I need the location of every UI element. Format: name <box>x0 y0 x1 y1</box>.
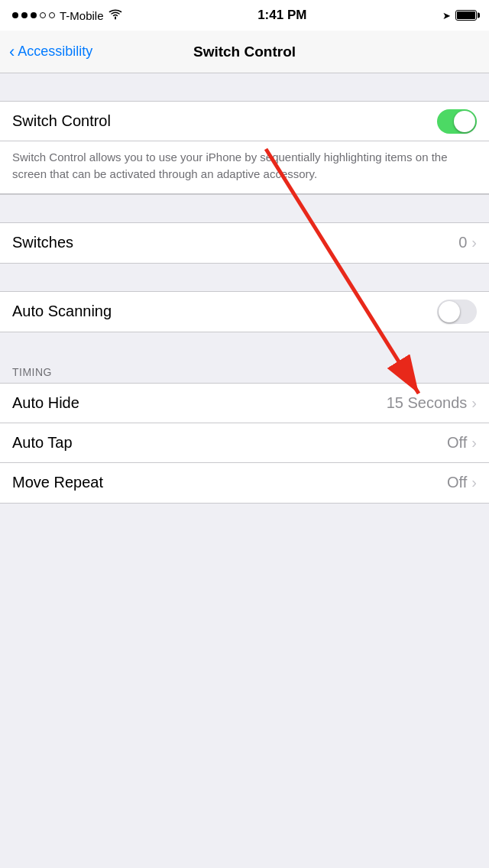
switch-control-description: Switch Control allows you to use your iP… <box>0 141 489 194</box>
auto-hide-row[interactable]: Auto Hide 15 Seconds › <box>0 384 489 423</box>
spacer-2 <box>0 195 489 222</box>
dot-2 <box>21 12 28 18</box>
move-repeat-row[interactable]: Move Repeat Off › <box>0 463 489 503</box>
switch-control-row: Switch Control <box>0 102 489 141</box>
auto-hide-value: 15 Seconds <box>387 394 468 412</box>
auto-scanning-toggle[interactable] <box>437 300 477 324</box>
auto-tap-right: Off › <box>447 434 477 452</box>
switches-chevron-icon: › <box>471 234 477 251</box>
status-time: 1:41 PM <box>257 8 306 23</box>
description-text: Switch Control allows you to use your iP… <box>12 151 448 180</box>
spacer-1 <box>0 73 489 101</box>
back-label: Accessibility <box>18 44 92 60</box>
auto-tap-label: Auto Tap <box>12 434 73 452</box>
nav-bar: ‹ Accessibility Switch Control <box>0 31 489 73</box>
timing-group: Auto Hide 15 Seconds › Auto Tap Off › Mo… <box>0 383 489 504</box>
auto-scanning-group: Auto Scanning <box>0 291 489 332</box>
page-title: Switch Control <box>193 44 296 60</box>
dot-4 <box>40 12 46 18</box>
switches-right: 0 › <box>458 234 477 251</box>
auto-scanning-label: Auto Scanning <box>12 303 112 320</box>
toggle-thumb <box>454 111 475 132</box>
auto-hide-chevron-icon: › <box>471 394 477 412</box>
carrier-label: T-Mobile <box>60 9 104 22</box>
switch-control-label: Switch Control <box>12 112 111 130</box>
auto-hide-right: 15 Seconds › <box>387 394 477 412</box>
battery-fill <box>457 11 475 19</box>
status-right: ➤ <box>442 10 477 21</box>
status-left: T-Mobile <box>12 9 122 22</box>
spacer-3 <box>0 264 489 291</box>
back-button[interactable]: ‹ Accessibility <box>9 44 92 60</box>
move-repeat-chevron-icon: › <box>471 474 477 491</box>
switches-label: Switches <box>12 234 73 251</box>
switches-value: 0 <box>458 234 467 251</box>
status-bar: T-Mobile 1:41 PM ➤ <box>0 0 489 31</box>
auto-tap-value: Off <box>447 434 467 452</box>
switches-group: Switches 0 › <box>0 222 489 264</box>
wifi-icon <box>108 9 122 22</box>
auto-scanning-right <box>437 300 477 324</box>
auto-scanning-thumb <box>439 301 460 322</box>
auto-tap-chevron-icon: › <box>471 434 477 452</box>
spacer-4 <box>0 332 489 360</box>
move-repeat-value: Off <box>447 474 467 491</box>
auto-scanning-row: Auto Scanning <box>0 292 489 332</box>
auto-tap-row[interactable]: Auto Tap Off › <box>0 423 489 463</box>
switch-control-right <box>437 109 477 134</box>
move-repeat-right: Off › <box>447 474 477 491</box>
dot-3 <box>31 12 37 18</box>
timing-header: TIMING <box>0 360 489 383</box>
dot-1 <box>12 12 18 18</box>
switch-control-toggle[interactable] <box>437 109 477 134</box>
back-chevron-icon: ‹ <box>9 44 15 60</box>
dot-5 <box>49 12 55 18</box>
move-repeat-label: Move Repeat <box>12 474 103 491</box>
battery-icon <box>455 10 477 21</box>
switch-control-group: Switch Control Switch Control allows you… <box>0 101 489 195</box>
location-icon: ➤ <box>442 10 451 21</box>
switches-row[interactable]: Switches 0 › <box>0 223 489 263</box>
signal-dots <box>12 12 55 18</box>
auto-hide-label: Auto Hide <box>12 394 79 412</box>
